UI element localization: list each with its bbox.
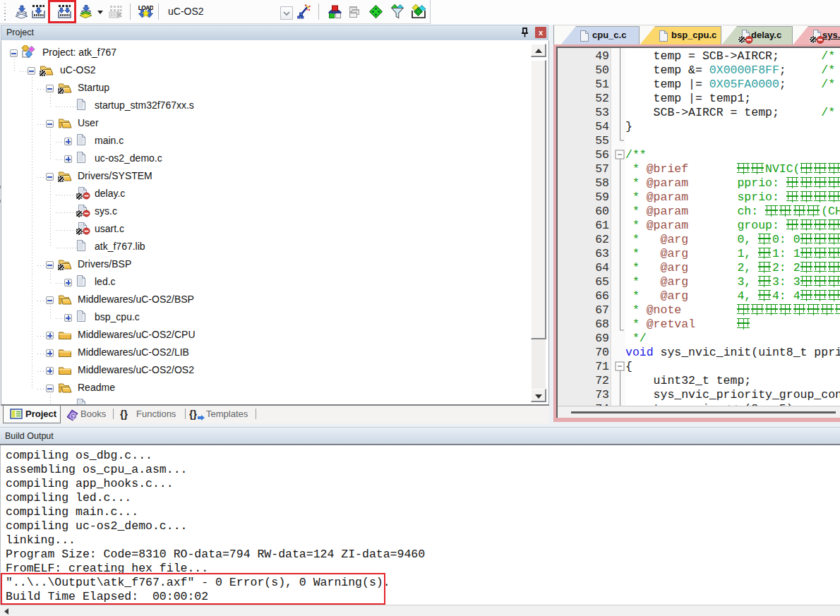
svg-text:?: ? (72, 413, 76, 420)
